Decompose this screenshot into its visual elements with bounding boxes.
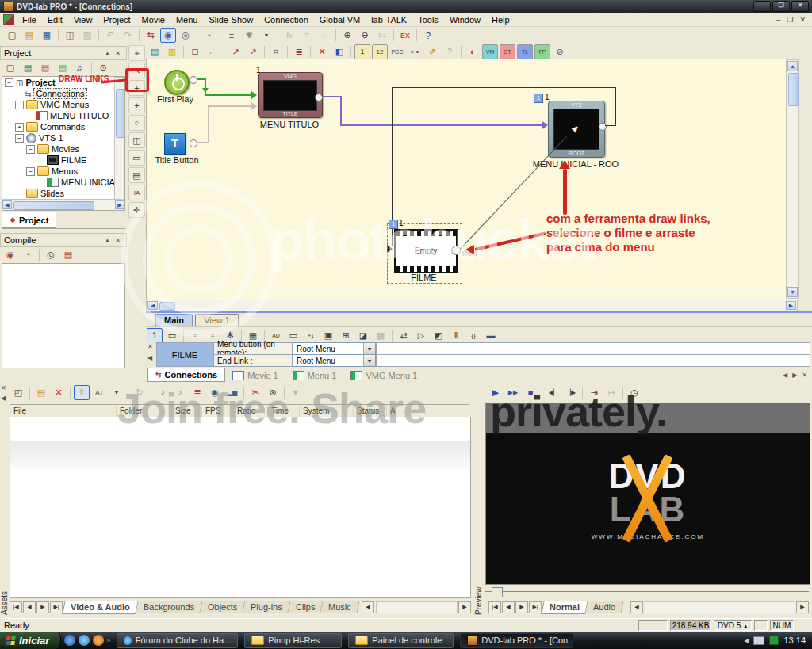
draw-link-alt-tool-icon[interactable]: + <box>128 97 145 113</box>
tab-normal[interactable]: Normal <box>541 601 588 614</box>
delete-item-icon[interactable]: ▤ <box>37 60 53 75</box>
scroll-left-icon[interactable]: ◀ <box>147 301 158 310</box>
tree-item-movies[interactable]: − Movies <box>2 143 124 155</box>
pin-icon[interactable]: ⌖ <box>128 45 145 61</box>
wizard-icon[interactable]: ✱ <box>241 28 257 43</box>
collapse-box-icon[interactable]: − <box>5 78 13 87</box>
project-panel-tab[interactable]: ❖ Project <box>2 212 56 228</box>
menu-project[interactable]: Project <box>98 13 135 26</box>
task-pinup[interactable]: Pinup Hi-Res <box>244 633 342 648</box>
new-slide-icon[interactable]: ▤ <box>55 60 71 75</box>
fit-icon[interactable]: ▣ <box>320 328 336 343</box>
play-icon[interactable]: ▶ <box>488 385 504 400</box>
tree-item-vts1[interactable]: − VTS 1 <box>2 132 124 143</box>
prev-frame-icon[interactable]: ◀▏ <box>546 385 561 400</box>
scroll-thumb[interactable] <box>159 302 175 311</box>
mdi-minimize-button[interactable]: – <box>773 16 783 24</box>
network-tray-icon[interactable] <box>753 636 764 645</box>
column-audio[interactable]: A <box>387 405 469 417</box>
frames-icon[interactable]: ⌗ <box>299 28 315 43</box>
open-file-icon[interactable]: ▤ <box>33 385 49 400</box>
monitor-icon[interactable]: ▭ <box>164 328 180 343</box>
antivirus-tray-icon[interactable] <box>769 636 779 645</box>
find-media-icon[interactable]: ◉ <box>207 385 223 400</box>
pv-scroll-right-icon[interactable]: ▶ <box>796 601 809 613</box>
first-tab-icon[interactable]: |◀ <box>10 601 22 613</box>
quicklaunch-overflow-icon[interactable]: » <box>106 636 110 644</box>
column-system[interactable]: System <box>300 405 354 417</box>
tree-item-vmg-menus[interactable]: − VMG Menus <box>2 99 124 110</box>
goto-end-icon[interactable]: ⇥ <box>586 385 602 400</box>
close-assets-icon[interactable]: ✕ <box>1 384 6 391</box>
title-button-node[interactable]: T <box>164 133 186 155</box>
scroll-thumb[interactable] <box>116 89 125 138</box>
rect-select-tool-icon[interactable]: ▭ <box>128 150 145 166</box>
tab-backgrounds[interactable]: Backgrounds <box>136 601 203 613</box>
prev-icon[interactable]: ◀ <box>502 601 515 613</box>
pgc-icon[interactable]: PGC <box>389 44 405 59</box>
sort-drop-icon[interactable]: ▾ <box>109 385 124 400</box>
tab-movie1[interactable]: Movie 1 <box>225 369 285 382</box>
property-target[interactable]: FILME <box>156 342 213 367</box>
goto-1-icon[interactable]: 1 <box>354 44 370 59</box>
menu-labtalk[interactable]: lab-TALK <box>366 13 412 26</box>
close-button[interactable]: ✕ <box>791 1 809 12</box>
help-icon[interactable]: ? <box>420 28 436 43</box>
end-link-dropdown[interactable]: Root Menu▼ <box>293 354 376 367</box>
menu-edit[interactable]: Edit <box>43 13 67 26</box>
remove-file-icon[interactable]: ✕ <box>51 385 67 400</box>
tab-video-audio[interactable]: Video & Audio <box>62 601 138 614</box>
tab-scroll-right-icon[interactable]: ▶ <box>792 372 797 379</box>
tree-item-slides[interactable]: Slides <box>2 188 124 199</box>
filme-connector[interactable] <box>451 246 461 255</box>
menu-file[interactable]: File <box>17 13 41 26</box>
dropdown-arrow-icon[interactable]: ▼ <box>363 343 375 354</box>
scroll-down-icon[interactable]: ▼ <box>787 287 798 297</box>
new-movie-icon[interactable]: ▢ <box>2 60 18 75</box>
filme-node[interactable]: Empty <box>394 229 458 273</box>
connections-canvas[interactable]: First Play T Title Button 1 VMG TITLE ME… <box>146 59 799 301</box>
tree-item-filme[interactable]: FILME <box>2 155 124 166</box>
sort-icon[interactable]: A↓ <box>91 385 107 400</box>
scroll-thumb[interactable] <box>13 201 94 210</box>
goto-12-icon[interactable]: 12 <box>372 44 388 59</box>
task-dvdlab[interactable]: DVD-lab PRO * - [Con... <box>460 633 573 648</box>
firefox-quicklaunch-icon[interactable] <box>93 635 104 646</box>
last-tab-icon[interactable]: ▶| <box>50 601 63 613</box>
scroll-right-icon[interactable]: ▶ <box>786 301 796 310</box>
tabs-scroll-left-icon[interactable]: ◀ <box>362 601 374 613</box>
import-icon[interactable]: ▼ <box>288 385 304 400</box>
encode-icon[interactable]: ⊛ <box>265 385 281 400</box>
swap-icon[interactable]: ⇄ <box>396 328 412 343</box>
mdi-restore-button[interactable]: ❐ <box>783 16 796 24</box>
compile-run-icon[interactable]: ◔ <box>20 247 36 262</box>
menu-slideshow[interactable]: Slide-Show <box>204 13 258 26</box>
compile-find-icon[interactable]: ◎ <box>43 247 59 262</box>
pause-icon[interactable]: ‖ <box>448 328 464 343</box>
tab-menu1[interactable]: Menu 1 <box>285 369 344 382</box>
tab-close-icon[interactable]: ✕ <box>802 372 807 379</box>
loop-icon[interactable]: ↦ <box>603 385 619 400</box>
pv-scrollbar[interactable] <box>645 601 795 613</box>
menu-button-dropdown[interactable]: Root Menu▼ <box>293 342 376 355</box>
matrix-view-icon[interactable]: ▤ <box>147 44 163 59</box>
menu-connection[interactable]: Connection <box>259 13 313 26</box>
tl-icon[interactable]: TL <box>517 44 533 59</box>
restore-button[interactable]: ❐ <box>772 1 790 12</box>
properties-tool-icon[interactable]: ▤ <box>128 167 145 183</box>
status-disc-type[interactable]: DVD 5▲ <box>714 620 752 631</box>
column-fps[interactable]: FPS <box>202 405 234 417</box>
end-block-icon[interactable]: ▬ <box>483 328 499 343</box>
menu-inicial-connector[interactable] <box>599 123 607 131</box>
menu-globalvm[interactable]: Global VM <box>315 13 365 26</box>
layout-icon[interactable]: ≡ <box>224 28 239 43</box>
scroll-left-icon[interactable]: ◀ <box>2 200 12 209</box>
ie-quicklaunch-icon[interactable] <box>64 635 75 646</box>
undo-icon[interactable]: ↶ <box>102 28 118 43</box>
tab-plugins[interactable]: Plug-ins <box>243 601 290 613</box>
cells-icon[interactable]: ⊞ <box>338 328 354 343</box>
copy-icon[interactable]: ◫ <box>62 28 78 43</box>
tab-objects[interactable]: Objects <box>200 601 246 613</box>
plug-icon[interactable]: ⊶ <box>407 44 423 59</box>
menu-help[interactable]: Help <box>487 13 515 26</box>
